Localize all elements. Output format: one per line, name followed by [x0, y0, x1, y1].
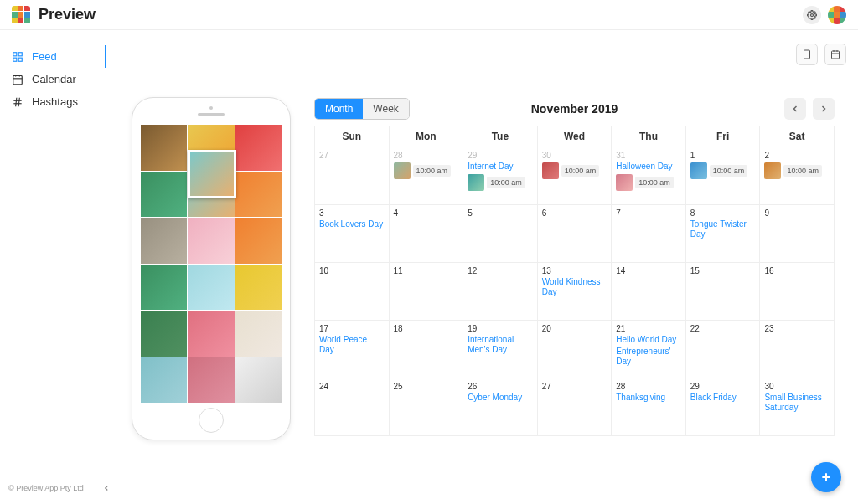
month-view-button[interactable]: Month: [315, 99, 363, 119]
add-post-button[interactable]: [811, 462, 841, 492]
phone-grid-cell[interactable]: [235, 357, 282, 404]
calendar-cell[interactable]: 30Small Business Saturday: [760, 378, 835, 436]
calendar-grid: SunMonTueWedThuFriSat 272810:00 am29Inte…: [314, 126, 835, 436]
calendar-cell[interactable]: 11: [389, 263, 463, 321]
calendar-cell[interactable]: 27: [537, 378, 612, 436]
calendar-cell[interactable]: 28Thanksgiving: [612, 378, 686, 436]
phone-grid-cell[interactable]: [188, 311, 234, 357]
day-number: 4: [394, 208, 459, 218]
phone-grid-cell[interactable]: [235, 172, 282, 218]
phone-grid-cell[interactable]: [235, 125, 282, 171]
phone-grid-cell[interactable]: [141, 125, 187, 171]
calendar-cell[interactable]: 20: [537, 321, 612, 378]
calendar-cell[interactable]: 3Book Lovers Day: [315, 205, 390, 263]
phone-view-button[interactable]: [796, 44, 818, 65]
calendar-cell[interactable]: 18: [389, 321, 463, 378]
scheduled-post[interactable]: 10:00 am: [764, 162, 830, 179]
calendar-cell[interactable]: 26Cyber Monday: [463, 378, 538, 436]
week-view-button[interactable]: Week: [363, 99, 408, 119]
calendar-event[interactable]: Tongue Twister Day: [690, 219, 756, 239]
calendar-cell[interactable]: 25: [389, 378, 463, 436]
calendar-cell[interactable]: 6: [537, 205, 612, 263]
scheduled-post[interactable]: 10:00 am: [468, 174, 533, 191]
settings-button[interactable]: [803, 6, 821, 24]
phone-home-button: [199, 408, 224, 433]
calendar-event[interactable]: Small Business Saturday: [764, 393, 830, 413]
next-month-button[interactable]: [813, 98, 835, 120]
svg-rect-2: [18, 52, 22, 55]
phone-grid-cell[interactable]: [141, 357, 187, 404]
calendar-cell[interactable]: 8Tongue Twister Day: [685, 205, 760, 263]
phone-selected-post[interactable]: [188, 150, 236, 198]
calendar-event[interactable]: Cyber Monday: [468, 393, 533, 403]
scheduled-post[interactable]: 10:00 am: [394, 162, 459, 179]
calendar-cell[interactable]: 27: [315, 147, 390, 205]
calendar-event[interactable]: World Kindness Day: [542, 277, 607, 297]
calendar-view-button[interactable]: [824, 44, 846, 65]
calendar-cell[interactable]: 4: [389, 205, 463, 263]
app-title: Preview: [39, 6, 96, 23]
svg-rect-4: [18, 58, 22, 61]
calendar-cell[interactable]: 110:00 am: [685, 147, 760, 205]
footer-copyright: © Preview App Pty Ltd: [8, 484, 84, 492]
sidebar-item-calendar[interactable]: Calendar: [0, 68, 106, 90]
day-number: 1: [690, 151, 756, 160]
phone-grid-cell[interactable]: [188, 218, 234, 264]
scheduled-post[interactable]: 10:00 am: [616, 174, 681, 191]
calendar-event[interactable]: Internet Day: [468, 162, 533, 172]
calendar-cell[interactable]: 5: [463, 205, 538, 263]
calendar-cell[interactable]: 29Black Friday: [685, 378, 760, 436]
svg-line-12: [18, 97, 19, 106]
calendar-cell[interactable]: 10: [315, 263, 390, 321]
phone-camera: [209, 106, 213, 110]
user-avatar[interactable]: [828, 6, 846, 24]
phone-grid-cell[interactable]: [235, 265, 282, 311]
calendar-cell[interactable]: 16: [760, 263, 835, 321]
view-toggle: Month Week: [314, 98, 410, 120]
calendar-cell[interactable]: 19International Men's Day: [463, 321, 538, 378]
sidebar-item-feed[interactable]: Feed: [0, 45, 106, 68]
phone-grid-cell[interactable]: [141, 218, 187, 264]
calendar-cell[interactable]: 15: [685, 263, 760, 321]
calendar-cell[interactable]: 12: [463, 263, 538, 321]
calendar-cell[interactable]: 14: [612, 263, 686, 321]
calendar-header: Month Week November 2019: [314, 97, 835, 121]
phone-grid-cell[interactable]: [141, 311, 187, 357]
calendar-cell[interactable]: 22: [685, 321, 760, 378]
calendar-event[interactable]: Thanksgiving: [616, 393, 681, 403]
calendar-day-header: Fri: [685, 126, 760, 147]
scheduled-post[interactable]: 10:00 am: [690, 162, 756, 179]
calendar-cell[interactable]: 21Hello World DayEntrepreneurs' Day: [612, 321, 686, 378]
prev-month-button[interactable]: [784, 98, 806, 120]
calendar-cell[interactable]: 9: [760, 205, 835, 263]
phone-grid-cell[interactable]: [235, 311, 282, 357]
calendar-event[interactable]: World Peace Day: [319, 335, 385, 355]
calendar-cell[interactable]: 17World Peace Day: [315, 321, 390, 378]
post-thumbnail: [690, 162, 707, 179]
phone-grid-cell[interactable]: [188, 265, 234, 311]
calendar-cell[interactable]: 210:00 am: [760, 147, 835, 205]
phone-grid-cell[interactable]: [141, 172, 187, 218]
calendar-cell[interactable]: 2810:00 am: [389, 147, 463, 205]
phone-grid-cell[interactable]: [141, 265, 187, 311]
calendar-cell[interactable]: 23: [760, 321, 835, 378]
post-time: 10:00 am: [487, 177, 525, 188]
day-number: 30: [542, 151, 607, 160]
calendar-event[interactable]: Black Friday: [690, 393, 756, 403]
calendar-event[interactable]: Hello World Day: [616, 335, 681, 345]
day-number: 15: [690, 266, 756, 275]
calendar-cell[interactable]: 13World Kindness Day: [537, 263, 612, 321]
phone-grid-cell[interactable]: [235, 218, 282, 264]
scheduled-post[interactable]: 10:00 am: [542, 162, 607, 179]
calendar-event[interactable]: International Men's Day: [468, 335, 533, 355]
sidebar-item-hashtags[interactable]: Hashtags: [0, 90, 106, 113]
calendar-event[interactable]: Entrepreneurs' Day: [616, 347, 681, 367]
calendar-event[interactable]: Halloween Day: [616, 162, 681, 172]
calendar-cell[interactable]: 3010:00 am: [537, 147, 612, 205]
phone-grid-cell[interactable]: [188, 357, 234, 404]
calendar-event[interactable]: Book Lovers Day: [319, 219, 385, 229]
calendar-cell[interactable]: 7: [612, 205, 686, 263]
calendar-cell[interactable]: 29Internet Day10:00 am: [463, 147, 538, 205]
calendar-cell[interactable]: 24: [315, 378, 390, 436]
calendar-cell[interactable]: 31Halloween Day10:00 am: [612, 147, 686, 205]
